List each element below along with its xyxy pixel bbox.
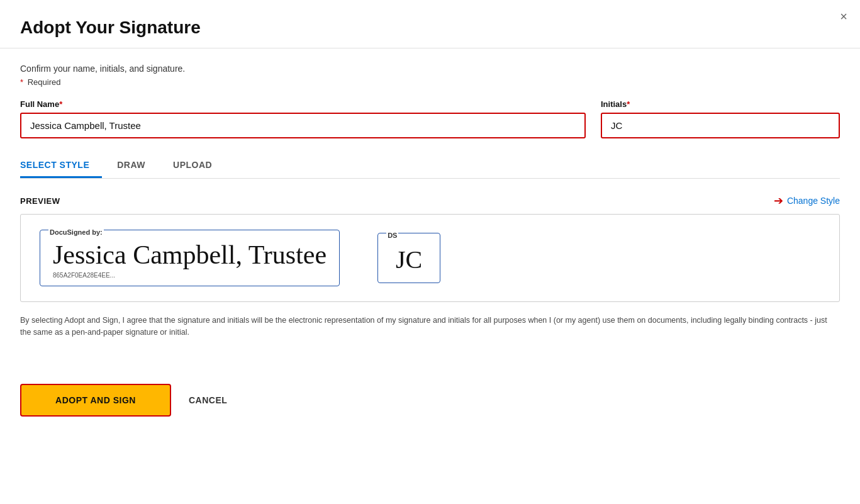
required-star: * bbox=[20, 77, 23, 87]
fields-row: Full Name* Initials* bbox=[20, 99, 840, 138]
preview-section: PREVIEW ➔ Change Style DocuSigned by: Je… bbox=[20, 194, 840, 302]
change-style-link[interactable]: ➔ Change Style bbox=[774, 194, 840, 208]
adopt-signature-modal: × Adopt Your Signature Confirm your name… bbox=[0, 0, 860, 504]
signature-hash: 865A2F0EA28E4EE... bbox=[53, 272, 327, 279]
modal-header: Adopt Your Signature bbox=[0, 0, 860, 48]
docusigned-label: DocuSigned by: bbox=[48, 228, 104, 236]
arrow-right-icon: ➔ bbox=[774, 194, 783, 208]
initials-preview: DS JC bbox=[377, 233, 440, 283]
adopt-and-sign-button[interactable]: ADOPT AND SIGN bbox=[20, 384, 171, 417]
required-note: * Required bbox=[20, 77, 840, 87]
modal-title: Adopt Your Signature bbox=[20, 18, 840, 38]
subtitle-text: Confirm your name, initials, and signatu… bbox=[20, 64, 840, 74]
close-button[interactable]: × bbox=[840, 10, 847, 23]
modal-body: Confirm your name, initials, and signatu… bbox=[0, 48, 860, 374]
footer-buttons: ADOPT AND SIGN CANCEL bbox=[0, 374, 860, 434]
initials-input[interactable] bbox=[601, 113, 840, 138]
tab-draw[interactable]: DRAW bbox=[117, 154, 158, 178]
full-name-input[interactable] bbox=[20, 113, 586, 138]
tab-upload[interactable]: UPLOAD bbox=[173, 154, 225, 178]
initials-label: Initials* bbox=[601, 99, 840, 109]
ds-label: DS bbox=[386, 232, 398, 239]
initials-required-star: * bbox=[627, 99, 630, 109]
signature-preview: DocuSigned by: Jessica Campbell, Trustee… bbox=[40, 230, 340, 286]
full-name-group: Full Name* bbox=[20, 99, 586, 138]
tabs-row: SELECT STYLE DRAW UPLOAD bbox=[20, 154, 840, 179]
full-name-label: Full Name* bbox=[20, 99, 586, 109]
initials-border: JC bbox=[377, 233, 440, 283]
signature-border: Jessica Campbell, Trustee 865A2F0EA28E4E… bbox=[40, 230, 340, 286]
initials-cursive: JC bbox=[396, 245, 422, 274]
full-name-required-star: * bbox=[59, 99, 62, 109]
cancel-button[interactable]: CANCEL bbox=[171, 385, 245, 415]
legal-text: By selecting Adopt and Sign, I agree tha… bbox=[20, 315, 840, 339]
preview-header: PREVIEW ➔ Change Style bbox=[20, 194, 840, 208]
signature-cursive: Jessica Campbell, Trustee bbox=[53, 240, 327, 269]
preview-box: DocuSigned by: Jessica Campbell, Trustee… bbox=[20, 214, 840, 302]
initials-group: Initials* bbox=[601, 99, 840, 138]
preview-label: PREVIEW bbox=[20, 196, 60, 206]
tab-select-style[interactable]: SELECT STYLE bbox=[20, 154, 102, 178]
